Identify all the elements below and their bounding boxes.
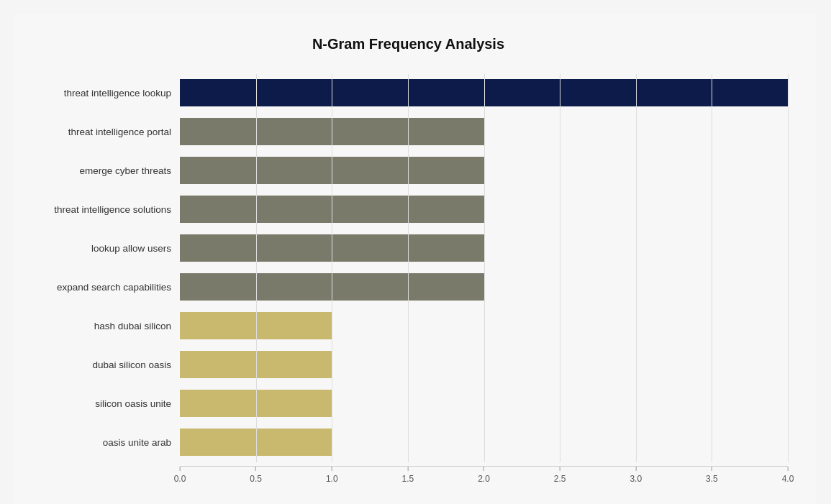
x-tick: 4.0	[782, 467, 794, 484]
x-tick-label: 0.5	[250, 474, 262, 484]
bar-fill	[180, 273, 484, 301]
bar-track	[180, 312, 788, 339]
x-tick-line	[635, 467, 636, 471]
bar-track	[180, 157, 788, 184]
bar-row: threat intelligence portal	[29, 113, 788, 150]
bar-label: silicon oasis unite	[29, 398, 180, 409]
bar-label: threat intelligence portal	[29, 127, 180, 137]
x-tick: 2.0	[478, 467, 490, 484]
chart-container: N-Gram Frequency Analysis threat intelli…	[14, 14, 817, 504]
bars-wrapper: threat intelligence lookupthreat intelli…	[29, 74, 788, 462]
bar-fill	[180, 312, 332, 339]
bar-row: oasis unite arab	[29, 423, 788, 461]
bar-row: expand search capabilities	[29, 268, 788, 306]
bar-fill	[180, 234, 484, 262]
x-tick-line	[407, 467, 408, 471]
x-tick-line	[255, 467, 256, 471]
x-tick: 0.0	[174, 467, 186, 484]
x-tick-label: 0.0	[174, 474, 186, 484]
x-tick-label: 2.0	[478, 474, 490, 484]
x-tick-line	[483, 467, 484, 471]
x-tick: 0.5	[250, 467, 262, 484]
bar-fill	[180, 118, 484, 145]
x-tick-label: 4.0	[782, 474, 794, 484]
bar-fill	[180, 429, 332, 456]
bar-label: threat intelligence solutions	[29, 204, 180, 215]
x-tick-line	[712, 467, 712, 471]
x-tick-line	[180, 467, 181, 471]
bar-track	[180, 118, 788, 145]
bar-track	[180, 79, 788, 106]
x-tick: 1.0	[326, 467, 338, 484]
bar-track	[180, 351, 788, 378]
bar-row: lookup allow users	[29, 229, 788, 267]
bar-row: threat intelligence solutions	[29, 191, 788, 228]
bar-label: oasis unite arab	[29, 437, 180, 448]
chart-area: threat intelligence lookupthreat intelli…	[29, 74, 788, 462]
bar-fill	[180, 196, 484, 223]
x-tick-label: 1.5	[402, 474, 414, 484]
bar-row: dubai silicon oasis	[29, 346, 788, 383]
bar-fill	[180, 351, 332, 378]
bar-label: dubai silicon oasis	[29, 359, 180, 370]
bar-fill	[180, 79, 788, 106]
bar-fill	[180, 390, 332, 417]
x-tick: 3.5	[706, 467, 718, 484]
bar-label: lookup allow users	[29, 243, 180, 254]
bar-track	[180, 429, 788, 456]
bar-track	[180, 390, 788, 417]
chart-title: N-Gram Frequency Analysis	[29, 36, 788, 52]
x-tick: 2.5	[554, 467, 566, 484]
bar-row: emerge cyber threats	[29, 152, 788, 189]
bar-label: emerge cyber threats	[29, 165, 180, 176]
bar-row: silicon oasis unite	[29, 385, 788, 422]
bar-row: threat intelligence lookup	[29, 74, 788, 111]
bar-fill	[180, 157, 484, 184]
bar-label: expand search capabilities	[29, 282, 180, 293]
bar-row: hash dubai silicon	[29, 307, 788, 344]
x-tick-label: 3.0	[630, 474, 642, 484]
x-tick-label: 1.0	[326, 474, 338, 484]
x-tick-line	[560, 467, 560, 471]
bar-label: threat intelligence lookup	[29, 88, 180, 98]
x-axis-area: 0.00.51.01.52.02.53.03.54.0	[180, 466, 788, 502]
x-tick-line	[332, 467, 332, 471]
grid-line	[788, 74, 789, 462]
bar-track	[180, 273, 788, 301]
x-tick-label: 3.5	[706, 474, 718, 484]
x-tick: 3.0	[630, 467, 642, 484]
x-tick: 1.5	[402, 467, 414, 484]
bar-label: hash dubai silicon	[29, 321, 180, 331]
bar-track	[180, 234, 788, 262]
bar-track	[180, 196, 788, 223]
x-tick-line	[788, 467, 789, 471]
x-tick-label: 2.5	[554, 474, 566, 484]
